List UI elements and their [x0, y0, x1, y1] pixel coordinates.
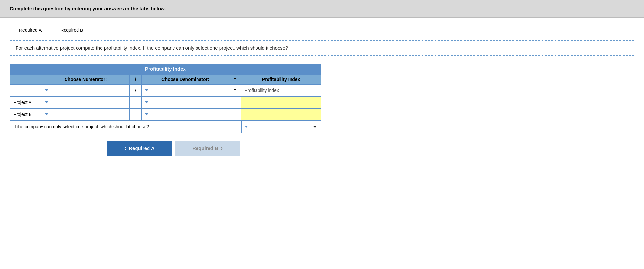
question-box: For each alternative project compute the…: [10, 40, 634, 56]
project-b-equals: [229, 109, 241, 121]
project-b-denominator-select[interactable]: Net Present Value Initial Investment Pre…: [150, 111, 226, 118]
col-header-divider: /: [129, 75, 141, 85]
project-a-row: Project A Net Present Value Initial Inve…: [10, 97, 321, 109]
header-row-label: [10, 85, 42, 97]
project-b-numerator-select[interactable]: Net Present Value Initial Investment Pre…: [50, 111, 126, 118]
project-a-denominator-cell[interactable]: Net Present Value Initial Investment Pre…: [141, 97, 229, 109]
header-numerator-cell[interactable]: Net Present Value Initial Investment Pre…: [42, 85, 129, 97]
project-a-result[interactable]: [241, 97, 321, 109]
project-b-label: Project B: [10, 109, 42, 121]
header-numerator-select[interactable]: Net Present Value Initial Investment Pre…: [50, 87, 126, 94]
next-button[interactable]: Required B: [175, 141, 240, 156]
header-result-cell: Profitability index: [241, 85, 321, 97]
tab-required-a[interactable]: Required A: [10, 24, 51, 37]
header-denominator-cell[interactable]: Net Present Value Initial Investment Pre…: [141, 85, 229, 97]
project-b-denominator-arrow-icon: [145, 113, 148, 115]
chevron-left-icon: [124, 145, 126, 152]
project-a-label: Project A: [10, 97, 42, 109]
instruction-text: Complete this question by entering your …: [10, 6, 166, 11]
final-question-text-cell: If the company can only select one proje…: [10, 121, 241, 133]
table-container: Profitability Index Choose Numerator: / …: [10, 64, 321, 133]
table-header-row: Choose Numerator: / Choose Denominator: …: [10, 75, 321, 85]
instruction-bar: Complete this question by entering your …: [0, 0, 644, 18]
header-input-row: Net Present Value Initial Investment Pre…: [10, 85, 321, 97]
final-answer-arrow-icon: [245, 126, 248, 128]
col-header-denominator: Choose Denominator:: [141, 75, 229, 85]
project-b-numerator-cell[interactable]: Net Present Value Initial Investment Pre…: [42, 109, 129, 121]
project-a-result-input[interactable]: [244, 99, 317, 106]
project-a-denominator-select[interactable]: Net Present Value Initial Investment Pre…: [150, 99, 226, 106]
profitability-table: Choose Numerator: / Choose Denominator: …: [10, 74, 321, 133]
project-a-divider: [129, 97, 141, 109]
denominator-arrow-icon: [145, 89, 148, 91]
project-b-divider: [129, 109, 141, 121]
col-header-label: [10, 75, 42, 85]
nav-buttons: Required A Required B: [10, 141, 634, 156]
project-b-result-input[interactable]: [244, 111, 317, 118]
project-a-equals: [229, 97, 241, 109]
numerator-arrow-icon: [45, 89, 48, 91]
col-header-result: Profitability Index: [241, 75, 321, 85]
project-a-numerator-select[interactable]: Net Present Value Initial Investment Pre…: [50, 99, 126, 106]
header-equals-cell: =: [229, 85, 241, 97]
project-b-result[interactable]: [241, 109, 321, 121]
question-text: For each alternative project compute the…: [16, 45, 288, 51]
final-question-row: If the company can only select one proje…: [10, 121, 321, 133]
project-a-numerator-cell[interactable]: Net Present Value Initial Investment Pre…: [42, 97, 129, 109]
header-denominator-select[interactable]: Net Present Value Initial Investment Pre…: [150, 87, 226, 94]
col-header-numerator: Choose Numerator:: [42, 75, 129, 85]
table-title: Profitability Index: [10, 64, 321, 74]
chevron-right-icon: [221, 145, 223, 152]
prev-button[interactable]: Required A: [107, 141, 172, 156]
project-b-numerator-arrow-icon: [45, 113, 48, 115]
project-a-denominator-arrow-icon: [145, 101, 148, 103]
col-header-equals: =: [229, 75, 241, 85]
tabs-container: Required A Required B: [0, 18, 644, 37]
tab-required-b[interactable]: Required B: [51, 24, 92, 37]
header-divider-cell: /: [129, 85, 141, 97]
project-b-row: Project B Net Present Value Initial Inve…: [10, 109, 321, 121]
project-a-numerator-arrow-icon: [45, 101, 48, 103]
project-b-denominator-cell[interactable]: Net Present Value Initial Investment Pre…: [141, 109, 229, 121]
final-question-answer-cell[interactable]: Project A Project B: [241, 121, 321, 133]
final-answer-select[interactable]: Project A Project B: [250, 123, 317, 131]
content-area: For each alternative project compute the…: [0, 37, 644, 165]
